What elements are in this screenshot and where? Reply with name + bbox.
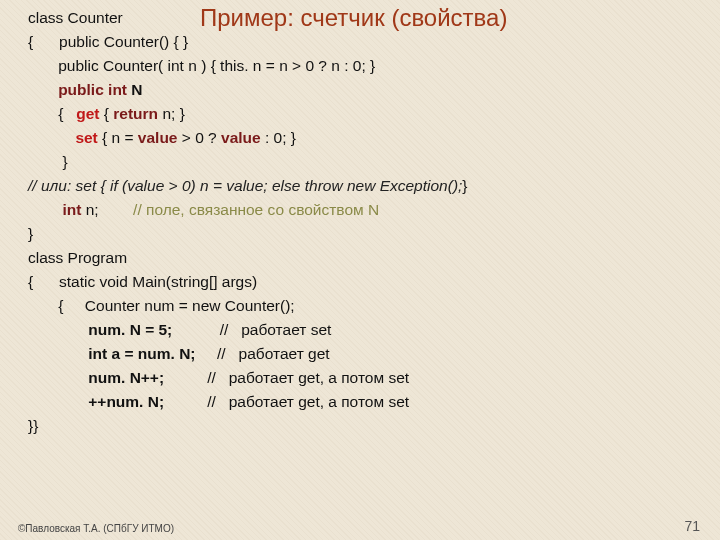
code-line: }} xyxy=(28,414,700,438)
code-line: int a = num. N; // работает get xyxy=(28,342,700,366)
code-line: // или: set { if (value > 0) n = value; … xyxy=(28,174,700,198)
code-line: } xyxy=(28,222,700,246)
code-line: set { n = value > 0 ? value : 0; } xyxy=(28,126,700,150)
code-line: { Counter num = new Counter(); xyxy=(28,294,700,318)
code-block: class Counter { public Counter() { } pub… xyxy=(0,0,720,438)
code-line: public int N xyxy=(28,78,700,102)
code-line: class Program xyxy=(28,246,700,270)
footer-copyright: ©Павловская Т.А. (СПбГУ ИТМО) xyxy=(18,523,174,534)
code-line: public Counter( int n ) { this. n = n > … xyxy=(28,54,700,78)
slide-title: Пример: счетчик (свойства) xyxy=(200,4,507,32)
code-line: { static void Main(string[] args) xyxy=(28,270,700,294)
code-line: num. N++; // работает get, а потом set xyxy=(28,366,700,390)
code-line: int n; // поле, связанное со свойством N xyxy=(28,198,700,222)
code-line: } xyxy=(28,150,700,174)
code-line: { get { return n; } xyxy=(28,102,700,126)
code-line: num. N = 5; // работает set xyxy=(28,318,700,342)
code-line: ++num. N; // работает get, а потом set xyxy=(28,390,700,414)
page-number: 71 xyxy=(684,518,700,534)
code-line: { public Counter() { } xyxy=(28,30,700,54)
